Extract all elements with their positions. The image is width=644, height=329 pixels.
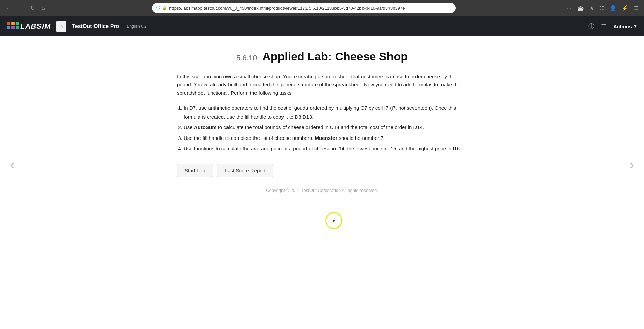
svg-rect-2	[16, 22, 19, 25]
copyright-text: Copyright © 2021 TestOut Corporation All…	[177, 188, 467, 193]
lock-icon: 🔒	[162, 6, 167, 10]
help-button[interactable]: ⓘ	[588, 22, 594, 30]
task-list: In D7, use arithmetic operators to find …	[184, 104, 467, 153]
shield-icon: 🛡	[156, 6, 160, 11]
more-options-button[interactable]: ⋯	[565, 4, 573, 13]
browser-right-icons: ⋯ ☕ ★ ☷ 👤 ⚡ ☰	[565, 4, 640, 13]
page-title: Applied Lab: Cheese Shop	[262, 50, 408, 63]
refresh-button[interactable]: ↻	[28, 4, 37, 13]
svg-rect-5	[16, 26, 19, 29]
page-number: 5.6.10	[236, 54, 257, 62]
address-bar[interactable]: 🛡 🔒 https://labsimapp.testout.com/v6_0_4…	[152, 3, 456, 13]
list-item: In D7, use arithmetic operators to find …	[184, 104, 467, 121]
task-3-after: should be number 7.	[337, 135, 385, 141]
url-text: https://labsimapp.testout.com/v6_0_450/i…	[169, 6, 452, 11]
user-account-icon[interactable]: 👤	[608, 4, 618, 13]
task-2-after: to calculate the total pounds of cheese …	[217, 124, 424, 130]
list-button[interactable]: ☰	[601, 23, 607, 30]
shield-check-icon[interactable]: ☕	[576, 4, 585, 13]
header-right: ⓘ ☰ Actions ▼	[588, 22, 637, 30]
actions-label: Actions	[613, 24, 632, 29]
task-4-text: Use functions to calculate the average p…	[184, 146, 461, 151]
svg-rect-3	[7, 26, 10, 29]
svg-rect-4	[11, 26, 15, 29]
bookmark-icon[interactable]: ★	[588, 4, 595, 13]
course-version: English 6.2	[127, 24, 146, 29]
button-row: Start Lab Last Score Report	[177, 164, 467, 177]
task-3-bold: Muenster	[315, 135, 338, 141]
task-1-text: In D7, use arithmetic operators to find …	[184, 105, 456, 120]
home-nav-button[interactable]: ⌂	[56, 21, 66, 32]
cursor-dot	[333, 220, 335, 222]
task-3-before: Use the fill handle to complete the list…	[184, 135, 315, 141]
prev-nav-button[interactable]: ‹	[7, 154, 18, 176]
browser-chrome: ← → ↻ ⌂ 🛡 🔒 https://labsimapp.testout.co…	[0, 0, 644, 16]
home-button[interactable]: ⌂	[39, 4, 47, 12]
logo-text: LABSIM	[20, 22, 51, 31]
browser-menu-icon[interactable]: ☰	[633, 4, 640, 13]
reading-list-icon[interactable]: ☷	[598, 4, 606, 13]
logo-icon	[7, 22, 19, 31]
cursor-indicator	[325, 212, 342, 229]
labsim-logo: LABSIM	[7, 22, 51, 31]
app-header: LABSIM ⌂ TestOut Office Pro English 6.2 …	[0, 16, 644, 36]
list-item: Use functions to calculate the average p…	[184, 144, 467, 153]
last-score-report-button[interactable]: Last Score Report	[217, 164, 273, 177]
actions-button[interactable]: Actions ▼	[613, 24, 637, 29]
task-2-before: Use	[184, 124, 194, 130]
extension-icon[interactable]: ⚡	[620, 4, 630, 13]
page-title-row: 5.6.10 Applied Lab: Cheese Shop	[177, 50, 467, 63]
list-item: Use the fill handle to complete the list…	[184, 134, 467, 143]
start-lab-button[interactable]: Start Lab	[177, 164, 213, 177]
back-button[interactable]: ←	[4, 4, 14, 12]
description-text: In this scenario, you own a small cheese…	[177, 73, 467, 97]
course-title: TestOut Office Pro	[72, 23, 119, 29]
header-left: LABSIM ⌂ TestOut Office Pro English 6.2	[7, 21, 147, 32]
next-nav-button[interactable]: ›	[626, 154, 637, 176]
forward-button[interactable]: →	[16, 4, 26, 12]
svg-rect-0	[7, 22, 10, 25]
main-content: 5.6.10 Applied Lab: Cheese Shop In this …	[170, 36, 474, 329]
chevron-down-icon: ▼	[633, 24, 637, 29]
list-item: Use AutoSum to calculate the total pound…	[184, 123, 467, 132]
task-2-bold: AutoSum	[194, 124, 217, 130]
svg-rect-1	[11, 22, 15, 25]
